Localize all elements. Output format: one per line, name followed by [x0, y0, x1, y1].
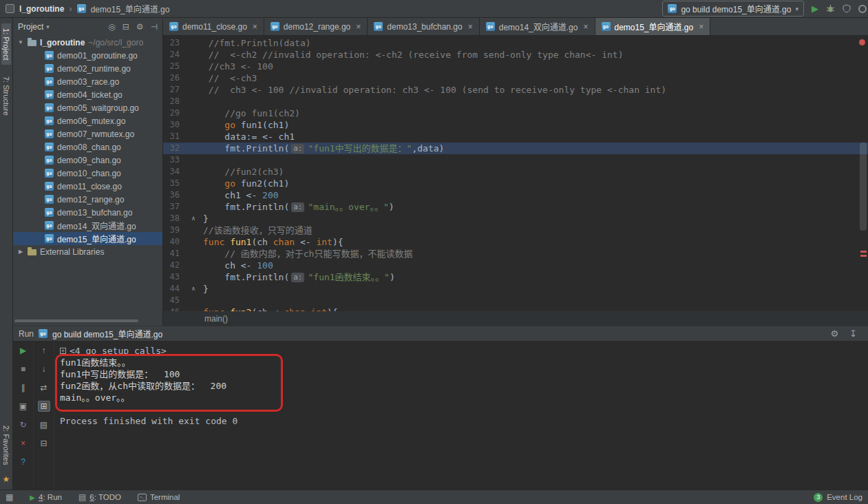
collapse-panel-icon[interactable]: ↧ — [849, 328, 857, 339]
error-indicator-icon[interactable] — [859, 39, 865, 45]
tree-item[interactable]: godemo04_ticket.go — [13, 88, 162, 101]
project-view-selector[interactable]: Project — [18, 22, 43, 32]
tree-expanded-icon[interactable]: ▼ — [17, 39, 24, 45]
tree-item[interactable]: godemo10_chan.go — [13, 167, 162, 180]
code-line[interactable]: 44∧} — [163, 283, 868, 295]
clear-all-icon[interactable]: ⊟ — [38, 438, 50, 449]
tab-close-icon[interactable]: × — [253, 22, 257, 32]
up-stack-trace-icon[interactable]: ↑ — [38, 345, 50, 356]
stripe-button-project[interactable]: 1: Project — [1, 23, 11, 65]
tab-close-icon[interactable]: × — [583, 22, 588, 32]
settings-icon[interactable]: ⚙ — [136, 22, 144, 32]
editor-tab[interactable]: godemo15_单向通道.go× — [595, 18, 711, 35]
code-line[interactable]: 35 go fun2(ch1) — [163, 178, 868, 189]
search-everywhere-icon[interactable] — [858, 5, 867, 13]
editor-tab[interactable]: godemo13_bufchan.go× — [368, 18, 479, 35]
code-line[interactable]: 29 //go fun1(ch2) — [163, 107, 868, 119]
restore-layout-icon[interactable]: ↻ — [17, 419, 30, 430]
code-line[interactable]: 40func fun1(ch chan <- int){ — [163, 236, 868, 248]
pause-output-icon[interactable]: ∥ — [17, 382, 30, 393]
tool-window-switcher-icon[interactable]: ▦ — [6, 492, 13, 502]
code-line[interactable]: 41 // 函数内部，对于ch只能写数据，不能读数据 — [163, 248, 868, 260]
soft-wrap-icon[interactable]: ⊞ — [38, 401, 50, 412]
status-terminal-button[interactable]: >_ Terminal — [138, 493, 180, 501]
status-run-button[interactable]: ▶ 4: Run — [30, 493, 62, 501]
settings-icon[interactable]: ⚙ — [830, 328, 838, 339]
code-line[interactable]: 24 // <-ch2 //invalid operation: <-ch2 (… — [163, 49, 868, 61]
tree-item[interactable]: godemo15_单向通道.go — [13, 232, 162, 245]
console-fold-line[interactable]: + <4 go setup calls> — [60, 345, 868, 357]
code-line[interactable]: 43 fmt.Println(a:"fun1函数结束。。") — [163, 271, 868, 283]
tree-item[interactable]: godemo08_chan.go — [13, 140, 162, 154]
code-line[interactable]: 28 — [163, 96, 868, 107]
collapse-all-icon[interactable]: ⊟ — [123, 22, 129, 32]
tab-close-icon[interactable]: × — [356, 22, 361, 32]
code-line[interactable]: 37 fmt.Println(a:"main。。over。。") — [163, 201, 868, 213]
stripe-button-structure[interactable]: 7: Structure — [1, 72, 11, 120]
code-line[interactable]: 25 //ch3 <- 100 — [163, 61, 868, 72]
event-log-badge[interactable]: 3 — [814, 493, 823, 502]
print-icon[interactable]: ▤ — [38, 419, 50, 430]
favorites-star-icon[interactable]: ★ — [3, 474, 10, 484]
down-stack-trace-icon[interactable]: ↓ — [38, 364, 50, 375]
rerun-icon[interactable]: ▶ — [17, 345, 30, 356]
scroll-to-end-icon[interactable]: ⇄ — [38, 382, 50, 393]
locate-file-icon[interactable]: ◎ — [108, 22, 115, 32]
code-line[interactable]: 30 go fun1(ch1) — [163, 119, 868, 131]
vertical-scrollbar-thumb[interactable] — [860, 143, 867, 231]
debug-button[interactable] — [826, 4, 835, 13]
tree-item[interactable]: godemo09_chan.go — [13, 154, 162, 167]
code-line[interactable]: 32 fmt.Println(a:"fun1中写出的数据是：",data) — [163, 143, 868, 154]
code-line[interactable]: 38∧} — [163, 213, 868, 224]
run-tab-label[interactable]: go build demo15_单向通道.go — [52, 328, 162, 339]
tree-item[interactable]: godemo06_mutex.go — [13, 114, 162, 127]
console[interactable]: + <4 go setup calls> fun1函数结束。。fun1中写出的数… — [54, 341, 868, 490]
code-line[interactable]: 31 data:= <- ch1 — [163, 131, 868, 143]
window-menu-icon[interactable] — [6, 4, 14, 13]
code-line[interactable]: 46func fun2(ch <-chan int){ — [163, 306, 868, 311]
stripe-button-favorites[interactable]: 2: Favorites — [1, 421, 11, 470]
code-line[interactable]: 26 // <-ch3 — [163, 72, 868, 84]
tree-item-external-libraries[interactable]: ▶ External Libraries — [13, 245, 162, 258]
code-line[interactable]: 34 //fun2(ch3) — [163, 166, 868, 178]
editor-tab[interactable]: godemo12_range.go× — [264, 18, 368, 35]
tree-item[interactable]: godemo03_race.go — [13, 75, 162, 88]
tab-close-icon[interactable]: × — [699, 22, 703, 32]
editor-tab[interactable]: godemo11_close.go× — [163, 18, 264, 35]
tree-item[interactable]: godemo13_bufchan.go — [13, 206, 162, 219]
error-stripe-mark[interactable] — [860, 251, 867, 253]
tab-close-icon[interactable]: × — [468, 22, 473, 32]
hide-panel-icon[interactable]: ⊣ — [151, 22, 158, 32]
status-todo-button[interactable]: ▤ 6: TODO — [78, 492, 121, 502]
editor-tab[interactable]: godemo14_双向通道.go× — [480, 18, 595, 35]
run-config-select[interactable]: go go build demo15_单向通道.go ▾ — [662, 1, 804, 17]
stop-icon[interactable]: ■ — [17, 364, 30, 375]
tree-item[interactable]: godemo01_goroutine.go — [13, 49, 162, 62]
tree-item[interactable]: godemo05_waitgroup.go — [13, 101, 162, 114]
coverage-button[interactable] — [843, 4, 851, 13]
fold-marker-icon[interactable]: ∧ — [184, 213, 203, 224]
horizontal-scrollbar-thumb[interactable] — [14, 319, 138, 322]
error-stripe-mark[interactable] — [860, 255, 867, 257]
dump-threads-icon[interactable]: ▣ — [17, 401, 30, 412]
event-log-label[interactable]: Event Log — [827, 493, 862, 501]
tree-item-root[interactable]: ▼ l_goroutine ~/go/src/l_goro — [13, 36, 162, 49]
run-button[interactable]: ▶ — [812, 3, 818, 14]
code-line[interactable]: 33 — [163, 154, 868, 166]
tree-item[interactable]: godemo12_range.go — [13, 193, 162, 206]
tree-item[interactable]: godemo02_runtime.go — [13, 62, 162, 75]
tree-item[interactable]: godemo11_close.go — [13, 180, 162, 193]
code-line[interactable]: 45 — [163, 295, 868, 306]
code-line[interactable]: 27 // ch3 <- 100 //invalid operation: ch… — [163, 84, 868, 96]
close-icon[interactable]: × — [17, 438, 30, 449]
code-line[interactable]: 42 ch <- 100 — [163, 260, 868, 271]
fold-marker-icon[interactable]: ∧ — [184, 283, 203, 295]
code-line[interactable]: 23 //fmt.Println(data) — [163, 37, 868, 49]
tree-item[interactable]: godemo07_rwmutex.go — [13, 127, 162, 140]
code-area[interactable]: 23 //fmt.Println(data)24 // <-ch2 //inva… — [163, 36, 868, 311]
expand-fold-icon[interactable]: + — [60, 348, 66, 354]
code-line[interactable]: 39//该函数接收，只写的通道 — [163, 224, 868, 236]
breadcrumb-main[interactable]: main() — [204, 314, 228, 324]
tree-item[interactable]: godemo14_双向通道.go — [13, 219, 162, 232]
help-icon[interactable]: ? — [17, 456, 30, 468]
